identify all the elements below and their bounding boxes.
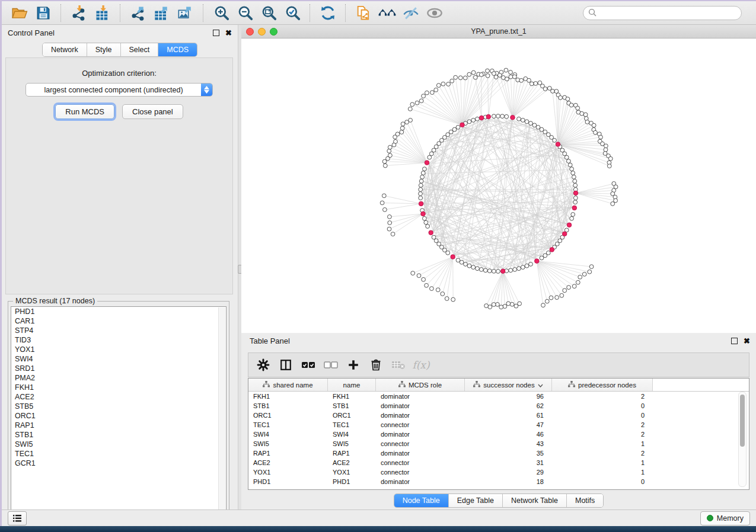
zoom-selected-icon[interactable] <box>282 4 302 23</box>
application-window: Control Panel ✖ NetworkStyleSelectMCDS O… <box>0 0 756 532</box>
optimization-label: Optimization criterion: <box>6 69 232 78</box>
close-panel-icon[interactable]: ✖ <box>225 29 232 37</box>
first-neighbors-icon[interactable] <box>377 4 397 23</box>
node-table[interactable]: shared namenameMCDS rolesuccessor nodesp… <box>248 378 749 490</box>
mcds-result-item[interactable]: TEC1 <box>11 449 226 459</box>
table-row[interactable]: STB1STB1dominator620 <box>248 401 749 411</box>
network-canvas[interactable] <box>241 39 756 333</box>
mcds-result-item[interactable]: RAP1 <box>11 421 226 430</box>
zoom-in-icon[interactable] <box>211 4 231 23</box>
table-cell: SWI4 <box>328 431 376 438</box>
table-cell: 1 <box>552 469 653 476</box>
tab-network-table[interactable]: Network Table <box>502 494 566 507</box>
delete-icon[interactable] <box>366 356 386 374</box>
tab-select[interactable]: Select <box>120 43 158 56</box>
table-scrollbar-thumb[interactable] <box>740 395 745 447</box>
table-toolbar: f(x) <box>248 352 749 377</box>
deselect-all-icon[interactable] <box>321 356 341 374</box>
run-mcds-button[interactable]: Run MCDS <box>55 104 114 119</box>
save-icon[interactable] <box>33 4 53 23</box>
tab-edge-table[interactable]: Edge Table <box>448 494 502 507</box>
hierarchy-icon <box>568 381 575 389</box>
zoom-out-icon[interactable] <box>235 4 255 23</box>
table-cell: YOX1 <box>248 469 328 476</box>
mcds-result-item[interactable]: STB1 <box>11 430 226 440</box>
mcds-result-item[interactable]: GCR1 <box>11 459 226 468</box>
optimization-dropdown[interactable]: largest connected component (undirected) <box>25 83 213 97</box>
mcds-result-item[interactable]: SWI5 <box>11 440 226 449</box>
table-row[interactable]: SWI4SWI4dominator462 <box>248 430 749 439</box>
table-cell: connector <box>376 459 465 466</box>
mcds-result-item[interactable]: CAR1 <box>11 316 226 326</box>
float-table-panel-icon[interactable] <box>731 338 738 344</box>
mcds-result-item[interactable]: ORC1 <box>11 411 226 421</box>
table-cell: 35 <box>465 450 552 457</box>
graph-nodes[interactable] <box>380 68 618 309</box>
import-table-icon[interactable] <box>92 4 113 23</box>
gear-icon[interactable] <box>253 356 273 374</box>
network-graph[interactable] <box>241 39 756 333</box>
table-scrollbar[interactable] <box>738 392 747 487</box>
open-icon[interactable] <box>9 4 30 23</box>
close-panel-button[interactable]: Close panel <box>122 104 183 119</box>
mcds-result-item[interactable]: YOX1 <box>11 345 226 354</box>
table-cell: ORC1 <box>328 412 376 419</box>
column-header-successor-nodes[interactable]: successor nodes <box>465 379 552 391</box>
export-table-icon[interactable] <box>152 4 172 23</box>
table-row[interactable]: PHD1PHD1dominator180 <box>248 477 749 486</box>
search-input[interactable] <box>583 6 742 20</box>
tab-mcds[interactable]: MCDS <box>158 43 197 56</box>
control-panel: Control Panel ✖ NetworkStyleSelectMCDS O… <box>2 25 238 509</box>
mcds-result-list[interactable]: PHD1CAR1STP4TID3YOX1SWI4SRD1PMA2FKH1ACE2… <box>11 306 227 518</box>
table-cell: SWI5 <box>328 440 376 447</box>
table-row[interactable]: SWI5SWI5connector431 <box>248 439 749 448</box>
mcds-result-item[interactable]: STB5 <box>11 402 226 411</box>
table-row[interactable]: FKH1FKH1dominator962 <box>248 392 749 401</box>
column-header-predecessor-nodes[interactable]: predecessor nodes <box>552 379 653 391</box>
export-network-icon[interactable] <box>128 4 148 23</box>
float-panel-icon[interactable] <box>213 30 219 36</box>
tab-style[interactable]: Style <box>87 43 120 56</box>
mcds-result-item[interactable]: SRD1 <box>11 364 226 373</box>
table-cell: dominator <box>376 450 465 457</box>
hide-selected-icon[interactable] <box>401 4 421 23</box>
task-history-button[interactable] <box>8 511 27 525</box>
mcds-result-scrollbar[interactable] <box>218 307 225 517</box>
copy-network-icon[interactable] <box>353 4 374 23</box>
toolbar-separator <box>203 4 204 22</box>
table-row[interactable]: ACE2ACE2connector311 <box>248 458 749 467</box>
refresh-icon[interactable] <box>318 4 338 23</box>
tab-node-table[interactable]: Node Table <box>394 494 448 507</box>
table-row[interactable]: TEC1TEC1connector472 <box>248 420 749 430</box>
memory-button[interactable]: Memory <box>700 511 750 525</box>
column-label: shared name <box>273 382 312 389</box>
mcds-result-item[interactable]: PMA2 <box>11 373 226 383</box>
mcds-result-item[interactable]: ACE2 <box>11 392 226 402</box>
table-row[interactable]: YOX1YOX1connector291 <box>248 467 749 477</box>
tab-motifs[interactable]: Motifs <box>566 494 603 507</box>
export-image-icon[interactable] <box>176 4 196 23</box>
mcds-result-item[interactable]: TID3 <box>11 335 226 345</box>
table-cell: 47 <box>465 421 552 428</box>
close-table-panel-icon[interactable]: ✖ <box>744 337 750 345</box>
column-header-mcds-role[interactable]: MCDS role <box>376 379 465 391</box>
mcds-result-item[interactable]: STP4 <box>11 326 226 335</box>
select-all-icon[interactable] <box>298 356 318 374</box>
add-icon[interactable] <box>343 356 363 374</box>
mcds-result-item[interactable]: FKH1 <box>11 383 226 392</box>
table-row[interactable]: RAP1RAP1dominator352 <box>248 448 749 458</box>
tab-network[interactable]: Network <box>43 43 87 56</box>
column-header-name[interactable]: name <box>328 379 376 391</box>
mcds-result-item[interactable]: PHD1 <box>11 307 226 316</box>
table-cell: FKH1 <box>328 393 376 400</box>
table-cell: YOX1 <box>328 469 376 476</box>
table-cell: connector <box>376 469 465 476</box>
import-network-icon[interactable] <box>69 4 89 23</box>
column-header-shared-name[interactable]: shared name <box>248 379 328 391</box>
columns-icon[interactable] <box>276 356 296 374</box>
table-cell: connector <box>376 421 465 428</box>
mcds-result-item[interactable]: SWI4 <box>11 354 226 364</box>
zoom-fit-icon[interactable] <box>259 4 279 23</box>
table-row[interactable]: ORC1ORC1dominator610 <box>248 411 749 420</box>
show-all-icon[interactable] <box>425 4 445 23</box>
